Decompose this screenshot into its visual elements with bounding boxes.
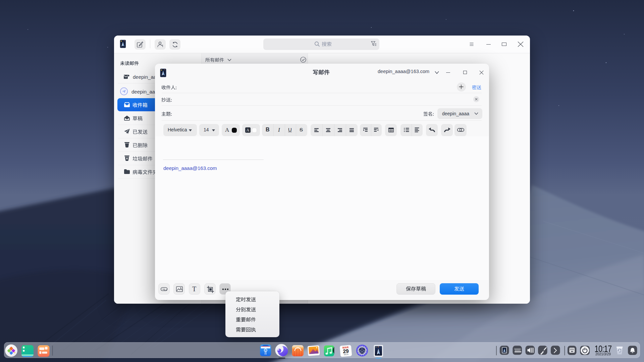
svg-text:MON: MON — [344, 353, 348, 356]
